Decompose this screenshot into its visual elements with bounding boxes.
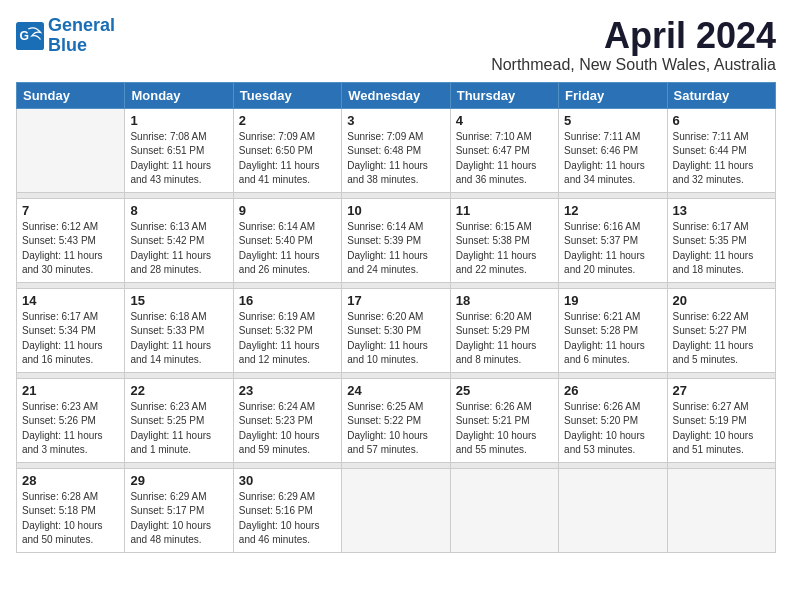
day-number: 1 xyxy=(130,113,227,128)
day-cell: 15Sunrise: 6:18 AMSunset: 5:33 PMDayligh… xyxy=(125,288,233,372)
day-detail: Sunrise: 7:09 AMSunset: 6:50 PMDaylight:… xyxy=(239,130,336,188)
day-number: 6 xyxy=(673,113,770,128)
day-number: 12 xyxy=(564,203,661,218)
day-cell: 25Sunrise: 6:26 AMSunset: 5:21 PMDayligh… xyxy=(450,378,558,462)
day-cell: 22Sunrise: 6:23 AMSunset: 5:25 PMDayligh… xyxy=(125,378,233,462)
day-number: 24 xyxy=(347,383,444,398)
day-number: 2 xyxy=(239,113,336,128)
day-cell: 28Sunrise: 6:28 AMSunset: 5:18 PMDayligh… xyxy=(17,468,125,552)
day-number: 8 xyxy=(130,203,227,218)
weekday-header-tuesday: Tuesday xyxy=(233,82,341,108)
day-cell: 14Sunrise: 6:17 AMSunset: 5:34 PMDayligh… xyxy=(17,288,125,372)
day-cell: 21Sunrise: 6:23 AMSunset: 5:26 PMDayligh… xyxy=(17,378,125,462)
weekday-header-monday: Monday xyxy=(125,82,233,108)
day-cell: 26Sunrise: 6:26 AMSunset: 5:20 PMDayligh… xyxy=(559,378,667,462)
month-year: April 2024 xyxy=(491,16,776,56)
day-detail: Sunrise: 7:11 AMSunset: 6:44 PMDaylight:… xyxy=(673,130,770,188)
week-row-2: 7Sunrise: 6:12 AMSunset: 5:43 PMDaylight… xyxy=(17,198,776,282)
day-number: 25 xyxy=(456,383,553,398)
day-detail: Sunrise: 6:24 AMSunset: 5:23 PMDaylight:… xyxy=(239,400,336,458)
weekday-header-saturday: Saturday xyxy=(667,82,775,108)
weekday-header-wednesday: Wednesday xyxy=(342,82,450,108)
week-row-3: 14Sunrise: 6:17 AMSunset: 5:34 PMDayligh… xyxy=(17,288,776,372)
day-cell: 7Sunrise: 6:12 AMSunset: 5:43 PMDaylight… xyxy=(17,198,125,282)
day-detail: Sunrise: 7:10 AMSunset: 6:47 PMDaylight:… xyxy=(456,130,553,188)
day-cell: 4Sunrise: 7:10 AMSunset: 6:47 PMDaylight… xyxy=(450,108,558,192)
day-cell xyxy=(559,468,667,552)
day-detail: Sunrise: 6:23 AMSunset: 5:25 PMDaylight:… xyxy=(130,400,227,458)
day-detail: Sunrise: 6:28 AMSunset: 5:18 PMDaylight:… xyxy=(22,490,119,548)
logo-text: General Blue xyxy=(48,16,115,56)
weekday-header-friday: Friday xyxy=(559,82,667,108)
day-number: 3 xyxy=(347,113,444,128)
page-header: G General Blue April 2024 Northmead, New… xyxy=(16,16,776,74)
day-number: 23 xyxy=(239,383,336,398)
day-cell: 20Sunrise: 6:22 AMSunset: 5:27 PMDayligh… xyxy=(667,288,775,372)
day-cell: 8Sunrise: 6:13 AMSunset: 5:42 PMDaylight… xyxy=(125,198,233,282)
day-detail: Sunrise: 6:12 AMSunset: 5:43 PMDaylight:… xyxy=(22,220,119,278)
day-cell xyxy=(667,468,775,552)
day-cell: 6Sunrise: 7:11 AMSunset: 6:44 PMDaylight… xyxy=(667,108,775,192)
calendar-table: SundayMondayTuesdayWednesdayThursdayFrid… xyxy=(16,82,776,553)
day-detail: Sunrise: 7:11 AMSunset: 6:46 PMDaylight:… xyxy=(564,130,661,188)
day-number: 27 xyxy=(673,383,770,398)
day-detail: Sunrise: 6:23 AMSunset: 5:26 PMDaylight:… xyxy=(22,400,119,458)
day-cell xyxy=(17,108,125,192)
day-number: 17 xyxy=(347,293,444,308)
day-cell xyxy=(342,468,450,552)
day-detail: Sunrise: 6:17 AMSunset: 5:35 PMDaylight:… xyxy=(673,220,770,278)
day-cell: 2Sunrise: 7:09 AMSunset: 6:50 PMDaylight… xyxy=(233,108,341,192)
weekday-header-sunday: Sunday xyxy=(17,82,125,108)
day-number: 4 xyxy=(456,113,553,128)
day-number: 29 xyxy=(130,473,227,488)
day-cell: 19Sunrise: 6:21 AMSunset: 5:28 PMDayligh… xyxy=(559,288,667,372)
day-detail: Sunrise: 6:19 AMSunset: 5:32 PMDaylight:… xyxy=(239,310,336,368)
day-detail: Sunrise: 6:29 AMSunset: 5:17 PMDaylight:… xyxy=(130,490,227,548)
day-detail: Sunrise: 6:26 AMSunset: 5:20 PMDaylight:… xyxy=(564,400,661,458)
day-detail: Sunrise: 6:20 AMSunset: 5:30 PMDaylight:… xyxy=(347,310,444,368)
day-cell: 12Sunrise: 6:16 AMSunset: 5:37 PMDayligh… xyxy=(559,198,667,282)
day-cell: 18Sunrise: 6:20 AMSunset: 5:29 PMDayligh… xyxy=(450,288,558,372)
day-detail: Sunrise: 6:21 AMSunset: 5:28 PMDaylight:… xyxy=(564,310,661,368)
day-detail: Sunrise: 6:29 AMSunset: 5:16 PMDaylight:… xyxy=(239,490,336,548)
logo: G General Blue xyxy=(16,16,115,56)
week-row-5: 28Sunrise: 6:28 AMSunset: 5:18 PMDayligh… xyxy=(17,468,776,552)
day-cell: 23Sunrise: 6:24 AMSunset: 5:23 PMDayligh… xyxy=(233,378,341,462)
day-cell: 1Sunrise: 7:08 AMSunset: 6:51 PMDaylight… xyxy=(125,108,233,192)
day-detail: Sunrise: 6:17 AMSunset: 5:34 PMDaylight:… xyxy=(22,310,119,368)
day-cell: 3Sunrise: 7:09 AMSunset: 6:48 PMDaylight… xyxy=(342,108,450,192)
day-cell: 30Sunrise: 6:29 AMSunset: 5:16 PMDayligh… xyxy=(233,468,341,552)
day-number: 11 xyxy=(456,203,553,218)
day-detail: Sunrise: 6:27 AMSunset: 5:19 PMDaylight:… xyxy=(673,400,770,458)
day-number: 9 xyxy=(239,203,336,218)
day-detail: Sunrise: 6:26 AMSunset: 5:21 PMDaylight:… xyxy=(456,400,553,458)
day-detail: Sunrise: 7:09 AMSunset: 6:48 PMDaylight:… xyxy=(347,130,444,188)
day-number: 21 xyxy=(22,383,119,398)
day-number: 7 xyxy=(22,203,119,218)
logo-icon: G xyxy=(16,22,44,50)
day-cell xyxy=(450,468,558,552)
day-number: 15 xyxy=(130,293,227,308)
day-cell: 27Sunrise: 6:27 AMSunset: 5:19 PMDayligh… xyxy=(667,378,775,462)
day-detail: Sunrise: 6:25 AMSunset: 5:22 PMDaylight:… xyxy=(347,400,444,458)
day-number: 13 xyxy=(673,203,770,218)
day-detail: Sunrise: 6:18 AMSunset: 5:33 PMDaylight:… xyxy=(130,310,227,368)
day-detail: Sunrise: 6:15 AMSunset: 5:38 PMDaylight:… xyxy=(456,220,553,278)
day-number: 18 xyxy=(456,293,553,308)
day-cell: 9Sunrise: 6:14 AMSunset: 5:40 PMDaylight… xyxy=(233,198,341,282)
week-row-1: 1Sunrise: 7:08 AMSunset: 6:51 PMDaylight… xyxy=(17,108,776,192)
logo-line2: Blue xyxy=(48,35,87,55)
location: Northmead, New South Wales, Australia xyxy=(491,56,776,74)
day-number: 14 xyxy=(22,293,119,308)
day-detail: Sunrise: 6:14 AMSunset: 5:39 PMDaylight:… xyxy=(347,220,444,278)
day-cell: 24Sunrise: 6:25 AMSunset: 5:22 PMDayligh… xyxy=(342,378,450,462)
day-cell: 11Sunrise: 6:15 AMSunset: 5:38 PMDayligh… xyxy=(450,198,558,282)
day-number: 19 xyxy=(564,293,661,308)
day-cell: 5Sunrise: 7:11 AMSunset: 6:46 PMDaylight… xyxy=(559,108,667,192)
day-detail: Sunrise: 6:14 AMSunset: 5:40 PMDaylight:… xyxy=(239,220,336,278)
day-number: 10 xyxy=(347,203,444,218)
title-block: April 2024 Northmead, New South Wales, A… xyxy=(491,16,776,74)
day-cell: 29Sunrise: 6:29 AMSunset: 5:17 PMDayligh… xyxy=(125,468,233,552)
svg-text:G: G xyxy=(20,28,30,42)
day-number: 28 xyxy=(22,473,119,488)
